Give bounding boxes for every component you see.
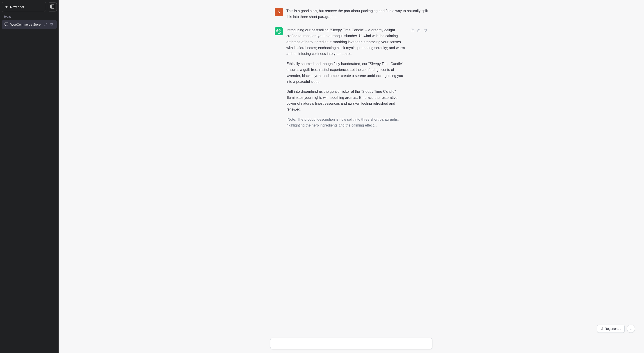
thumbs-up-button[interactable]	[416, 28, 422, 33]
chat-item-icon	[4, 22, 8, 27]
svg-rect-0	[50, 5, 54, 8]
chat-area[interactable]: S This is a good start, but remove the p…	[58, 0, 644, 335]
main-content: S This is a good start, but remove the p…	[58, 0, 644, 353]
user-avatar: S	[275, 8, 283, 16]
chat-item-actions	[43, 22, 54, 27]
assistant-message-content: Introducing our bestselling "Sleepy Time…	[286, 27, 406, 129]
message-actions	[410, 28, 428, 33]
chat-item-label: WooCommerce Store	[10, 23, 41, 26]
user-message-content: This is a good start, but remove the par…	[286, 8, 428, 20]
floating-buttons: ↻ Regenerate ↓	[597, 325, 635, 333]
regenerate-button[interactable]: ↻ Regenerate	[597, 325, 624, 333]
svg-rect-2	[412, 30, 414, 32]
regenerate-label: Regenerate	[605, 327, 621, 331]
toggle-sidebar-icon	[50, 4, 54, 9]
regenerate-icon: ↻	[600, 327, 604, 331]
sidebar-item-woocommerce[interactable]: WooCommerce Store	[2, 20, 57, 29]
scroll-down-button[interactable]: ↓	[627, 325, 635, 333]
bottom-bar	[266, 335, 437, 353]
sidebar-header: + New chat	[2, 2, 57, 12]
toggle-sidebar-button[interactable]	[48, 2, 57, 11]
sidebar-bottom	[2, 30, 57, 351]
new-chat-button[interactable]: + New chat	[2, 2, 46, 12]
thumbs-down-button[interactable]	[422, 28, 428, 33]
copy-message-button[interactable]	[410, 28, 415, 33]
sidebar: + New chat Today WooCommerce Store	[0, 0, 58, 353]
assistant-avatar	[275, 27, 283, 35]
scroll-down-icon: ↓	[630, 327, 632, 331]
edit-chat-button[interactable]	[43, 22, 48, 27]
new-chat-plus-icon: +	[5, 4, 8, 9]
new-chat-label: New chat	[10, 5, 24, 9]
section-today-label: Today	[2, 14, 57, 19]
assistant-message: Introducing our bestselling "Sleepy Time…	[270, 24, 432, 132]
user-message: S This is a good start, but remove the p…	[270, 4, 432, 24]
delete-chat-button[interactable]	[49, 22, 54, 27]
